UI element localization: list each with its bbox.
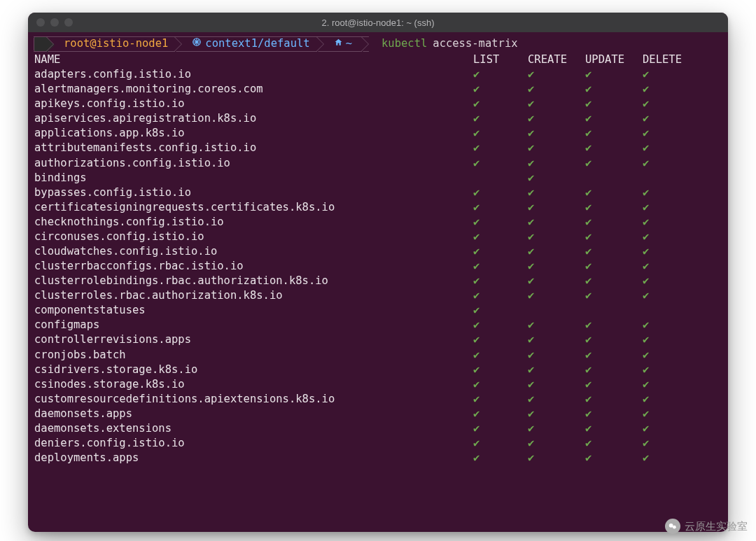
zoom-button[interactable] — [64, 18, 73, 27]
perm-create: ✔ — [528, 215, 585, 230]
check-icon: ✔ — [643, 141, 654, 155]
perm-update: ✔ — [585, 215, 643, 230]
check-icon: ✔ — [473, 303, 484, 318]
check-icon: ✔ — [643, 436, 654, 451]
check-icon: ✔ — [585, 318, 596, 332]
check-icon: ✔ — [528, 215, 539, 230]
perm-create: ✔ — [528, 348, 585, 363]
resource-name: configmaps — [34, 318, 473, 332]
check-icon: ✔ — [473, 363, 484, 377]
perm-list: ✔ — [473, 67, 528, 82]
check-icon: ✔ — [473, 332, 484, 347]
perm-update: ✔ — [585, 407, 643, 421]
perm-update: ✔ — [585, 141, 643, 155]
check-icon: ✔ — [473, 274, 484, 288]
perm-delete: ✔ — [643, 377, 697, 392]
close-button[interactable] — [36, 18, 45, 27]
check-icon: ✔ — [585, 421, 596, 436]
check-icon: ✔ — [585, 244, 596, 259]
table-row: bypasses.config.istio.io✔✔✔✔ — [34, 185, 722, 200]
table-row: authorizations.config.istio.io✔✔✔✔ — [34, 156, 722, 171]
table-row: apiservices.apiregistration.k8s.io✔✔✔✔ — [34, 111, 722, 126]
table-row: adapters.config.istio.io✔✔✔✔ — [34, 67, 722, 82]
table-row: deniers.config.istio.io✔✔✔✔ — [34, 436, 722, 451]
terminal-body[interactable]: root@istio-node1 context1/default ~ — [28, 32, 728, 532]
check-icon: ✔ — [528, 111, 539, 126]
perm-update: ✔ — [585, 126, 643, 141]
check-icon: ✔ — [585, 348, 596, 363]
check-icon: ✔ — [473, 215, 484, 230]
perm-update: ✔ — [585, 421, 643, 436]
apple-segment — [34, 37, 47, 51]
perm-create: ✔ — [528, 111, 585, 126]
perm-delete: ✔ — [643, 259, 697, 274]
check-icon: ✔ — [643, 200, 654, 215]
check-icon: ✔ — [643, 274, 654, 288]
resource-name: authorizations.config.istio.io — [34, 156, 473, 171]
perm-create: ✔ — [528, 392, 585, 407]
check-icon: ✔ — [528, 126, 539, 141]
resource-name: daemonsets.apps — [34, 407, 473, 421]
check-icon: ✔ — [473, 392, 484, 407]
context-segment: context1/default — [182, 37, 316, 51]
table-row: circonuses.config.istio.io✔✔✔✔ — [34, 230, 722, 244]
check-icon: ✔ — [528, 230, 539, 244]
check-icon: ✔ — [643, 111, 654, 126]
check-icon: ✔ — [585, 67, 596, 82]
resource-name: componentstatuses — [34, 303, 473, 318]
check-icon: ✔ — [643, 377, 654, 392]
check-icon: ✔ — [643, 332, 654, 347]
check-icon: ✔ — [528, 288, 539, 303]
minimize-button[interactable] — [50, 18, 59, 27]
check-icon: ✔ — [473, 126, 484, 141]
check-icon: ✔ — [585, 97, 596, 111]
table-row: clusterrbacconfigs.rbac.istio.io✔✔✔✔ — [34, 259, 722, 274]
perm-create: ✔ — [528, 82, 585, 97]
perm-update: ✔ — [585, 392, 643, 407]
check-icon: ✔ — [528, 363, 539, 377]
svg-point-1 — [669, 524, 673, 528]
perm-create: ✔ — [528, 407, 585, 421]
perm-delete: ✔ — [643, 111, 697, 126]
check-icon: ✔ — [585, 407, 596, 421]
check-icon: ✔ — [473, 436, 484, 451]
check-icon: ✔ — [473, 348, 484, 363]
table-body: adapters.config.istio.io✔✔✔✔alertmanager… — [34, 67, 722, 465]
perm-update — [585, 303, 643, 318]
check-icon: ✔ — [528, 259, 539, 274]
perm-update: ✔ — [585, 288, 643, 303]
check-icon: ✔ — [473, 97, 484, 111]
check-icon: ✔ — [585, 215, 596, 230]
watermark: 云原生实验室 — [665, 519, 748, 534]
perm-list: ✔ — [473, 288, 528, 303]
perm-delete: ✔ — [643, 67, 697, 82]
check-icon: ✔ — [473, 451, 484, 465]
table-row: daemonsets.extensions✔✔✔✔ — [34, 421, 722, 436]
perm-list: ✔ — [473, 82, 528, 97]
resource-name: checknothings.config.istio.io — [34, 215, 473, 230]
resource-name: csinodes.storage.k8s.io — [34, 377, 473, 392]
terminal-window: 2. root@istio-node1: ~ (ssh) root@istio-… — [28, 13, 728, 532]
check-icon: ✔ — [528, 451, 539, 465]
context-text: context1/default — [205, 36, 309, 51]
check-icon: ✔ — [585, 392, 596, 407]
perm-create: ✔ — [528, 288, 585, 303]
perm-update: ✔ — [585, 318, 643, 332]
perm-list: ✔ — [473, 185, 528, 200]
check-icon: ✔ — [643, 363, 654, 377]
perm-create: ✔ — [528, 436, 585, 451]
check-icon: ✔ — [528, 436, 539, 451]
perm-create: ✔ — [528, 185, 585, 200]
kubernetes-icon — [192, 36, 202, 51]
check-icon: ✔ — [473, 200, 484, 215]
check-icon: ✔ — [585, 126, 596, 141]
perm-list — [473, 171, 528, 185]
perm-delete: ✔ — [643, 421, 697, 436]
perm-list: ✔ — [473, 407, 528, 421]
perm-update: ✔ — [585, 200, 643, 215]
check-icon: ✔ — [473, 185, 484, 200]
table-row: csinodes.storage.k8s.io✔✔✔✔ — [34, 377, 722, 392]
check-icon: ✔ — [585, 259, 596, 274]
perm-list: ✔ — [473, 377, 528, 392]
perm-create: ✔ — [528, 377, 585, 392]
